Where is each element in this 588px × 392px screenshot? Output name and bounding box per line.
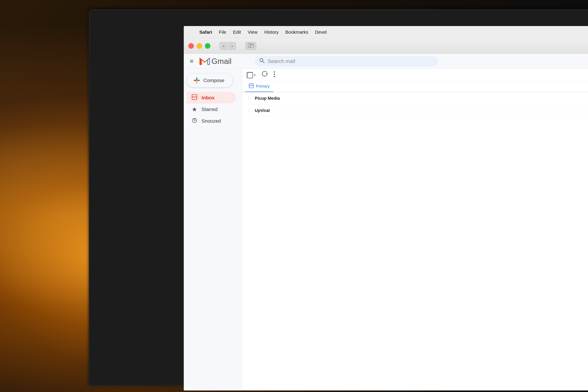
mail-sender-0: Picup Media	[255, 96, 301, 101]
sidebar-item-snoozed[interactable]: Snoozed	[187, 115, 236, 127]
star-button-0[interactable]: ☆	[247, 96, 251, 101]
zoom-window-button[interactable]	[205, 43, 210, 49]
sidebar-starred-label: Starred	[202, 106, 218, 112]
minimize-window-button[interactable]	[196, 43, 202, 49]
svg-rect-31	[249, 84, 254, 88]
sidebar: Compose Inbox ★	[184, 69, 242, 390]
browser-toolbar: ‹ ›	[184, 38, 588, 54]
search-placeholder-text: Search mail	[268, 58, 295, 64]
forward-button[interactable]: ›	[228, 42, 236, 50]
menubar: Safari File Edit View History Bookmarks …	[184, 26, 588, 38]
select-all-arrow[interactable]: ▾	[254, 73, 256, 77]
close-window-button[interactable]	[188, 43, 194, 49]
more-options-button[interactable]	[274, 71, 275, 79]
compose-button[interactable]: Compose	[187, 74, 233, 87]
inbox-icon	[191, 94, 198, 101]
search-bar[interactable]: Search mail	[254, 56, 438, 66]
svg-point-28	[274, 71, 275, 72]
select-all-checkbox[interactable]	[247, 72, 253, 78]
mail-list-area: ▾	[242, 69, 588, 390]
forward-icon: ›	[231, 44, 233, 48]
menubar-devel[interactable]: Devel	[312, 30, 330, 35]
compose-label: Compose	[203, 78, 224, 83]
svg-rect-3	[248, 43, 254, 48]
mail-tabs: Primary	[242, 81, 588, 92]
snoozed-icon	[191, 118, 198, 124]
mail-row[interactable]: ☆ Picup Media	[242, 92, 588, 104]
mail-sender-1: UpViral	[255, 108, 301, 113]
tab-primary-label: Primary	[256, 84, 270, 89]
svg-marker-27	[266, 73, 268, 74]
gmail-logo: Gmail	[200, 57, 241, 66]
nav-buttons: ‹ ›	[220, 42, 236, 50]
menubar-bookmarks[interactable]: Bookmarks	[282, 30, 312, 35]
svg-rect-0	[248, 43, 250, 48]
sidebar-inbox-label: Inbox	[202, 95, 214, 100]
select-all-dropdown[interactable]: ▾	[247, 72, 256, 78]
back-button[interactable]: ‹	[220, 42, 228, 50]
sidebar-item-inbox[interactable]: Inbox	[187, 92, 236, 104]
svg-line-21	[262, 61, 264, 63]
menubar-file[interactable]: File	[216, 30, 230, 35]
star-button-1[interactable]: ☆	[247, 108, 251, 114]
gmail-m-logo	[200, 57, 210, 65]
sidebar-toggle-button[interactable]	[245, 42, 256, 50]
svg-point-29	[274, 74, 275, 75]
svg-point-30	[274, 76, 275, 77]
gmail-logo-text: Gmail	[212, 57, 232, 66]
mail-toolbar: ▾	[242, 69, 588, 81]
mail-row[interactable]: ☆ UpViral	[242, 104, 588, 117]
sidebar-snoozed-label: Snoozed	[202, 118, 221, 124]
sidebar-item-starred[interactable]: ★ Starred	[187, 104, 236, 115]
starred-icon: ★	[191, 106, 198, 113]
gmail-main: Compose Inbox ★	[184, 69, 588, 390]
compose-plus-icon	[193, 76, 200, 84]
traffic-lights	[188, 43, 210, 49]
svg-rect-26	[247, 72, 253, 78]
mail-rows: ☆ Picup Media ☆ UpViral	[242, 92, 588, 117]
hamburger-menu-button[interactable]: ≡	[188, 56, 195, 66]
menubar-history[interactable]: History	[261, 30, 282, 35]
screen: Safari File Edit View History Bookmarks …	[184, 26, 588, 390]
sidebar-toggle-icon	[248, 43, 254, 48]
menubar-edit[interactable]: Edit	[230, 30, 244, 35]
laptop-bezel: Safari File Edit View History Bookmarks …	[89, 9, 588, 386]
back-icon: ‹	[223, 44, 224, 48]
tab-primary[interactable]: Primary	[245, 81, 273, 92]
refresh-button[interactable]	[260, 70, 269, 80]
primary-tab-icon	[249, 83, 254, 89]
menubar-safari[interactable]: Safari	[196, 30, 216, 35]
menubar-view[interactable]: View	[244, 30, 261, 35]
gmail-header: ≡	[184, 54, 588, 69]
search-icon	[259, 58, 264, 64]
